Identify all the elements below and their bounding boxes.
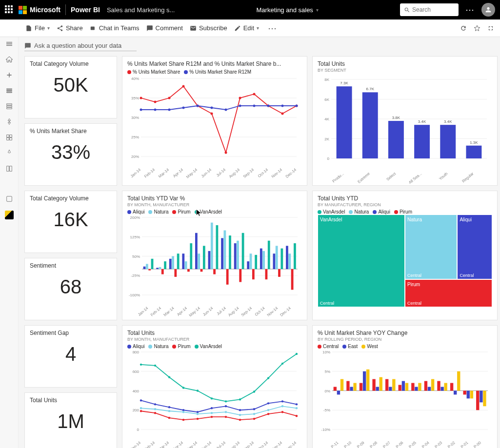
chart-market-share-line[interactable]: % Units Market Share R12M and % Units Ma… bbox=[122, 56, 307, 186]
edit-button[interactable]: Edit▾ bbox=[234, 24, 259, 32]
chart-ytd-treemap[interactable]: Total Units YTD BY MANUFACTURER, REGION … bbox=[312, 191, 498, 320]
svg-text:6K: 6K bbox=[324, 97, 329, 102]
svg-rect-3 bbox=[6, 138, 9, 140]
svg-point-188 bbox=[182, 419, 184, 421]
svg-rect-105 bbox=[172, 256, 174, 270]
dashboard-content: Ask a question about your data Total Cat… bbox=[19, 37, 500, 448]
learn-icon[interactable] bbox=[5, 165, 13, 173]
star-icon[interactable] bbox=[474, 25, 480, 32]
chart-ytd-var[interactable]: Total Units YTD Var % BY MONTH, MANUFACT… bbox=[122, 191, 307, 320]
svg-point-186 bbox=[154, 412, 156, 414]
more-menu-icon[interactable]: ⋯ bbox=[463, 4, 477, 15]
svg-text:30%: 30% bbox=[131, 116, 139, 120]
toolbar-more-icon[interactable]: ⋯ bbox=[266, 23, 279, 34]
chart-total-units-segment[interactable]: Total Units BY SEGMENT 02K4K6K8K7.3K6.7K… bbox=[312, 56, 498, 186]
data-hub-icon[interactable] bbox=[5, 102, 13, 110]
microsoft-logo: Microsoft bbox=[19, 6, 60, 14]
svg-rect-256 bbox=[340, 379, 343, 391]
kpi-sentiment[interactable]: Sentiment 68 bbox=[24, 258, 117, 320]
kpi-value: 1M bbox=[30, 404, 112, 439]
product-name[interactable]: Power BI bbox=[71, 6, 100, 14]
tile-subtitle: BY MANUFACTURER, REGION bbox=[318, 202, 492, 207]
svg-point-165 bbox=[197, 411, 199, 413]
file-icon bbox=[25, 25, 32, 32]
apps-icon[interactable] bbox=[5, 134, 13, 141]
svg-text:40%: 40% bbox=[131, 77, 139, 81]
svg-point-170 bbox=[267, 402, 269, 404]
svg-rect-99 bbox=[247, 261, 249, 269]
svg-point-196 bbox=[296, 415, 298, 417]
app-launcher-icon[interactable] bbox=[5, 5, 14, 14]
svg-text:0%: 0% bbox=[324, 389, 330, 393]
file-menu[interactable]: File▾ bbox=[25, 24, 50, 32]
kpi-units-market-share[interactable]: % Units Market Share 33% bbox=[24, 123, 117, 186]
svg-rect-119 bbox=[200, 269, 203, 272]
comment-button[interactable]: Comment bbox=[146, 24, 183, 32]
svg-rect-109 bbox=[223, 231, 226, 270]
workspaces-icon[interactable] bbox=[5, 195, 13, 203]
tile-title: Total Category Volume bbox=[30, 60, 112, 67]
left-nav-rail bbox=[0, 37, 19, 448]
svg-text:0: 0 bbox=[137, 428, 140, 432]
svg-text:Sep-14: Sep-14 bbox=[242, 167, 255, 179]
search-input[interactable] bbox=[412, 6, 451, 13]
kpi-total-category-volume-2[interactable]: Total Category Volume 16K bbox=[24, 191, 117, 253]
svg-point-28 bbox=[140, 109, 142, 111]
search-box[interactable] bbox=[400, 3, 459, 16]
svg-rect-241 bbox=[450, 383, 453, 391]
svg-rect-253 bbox=[454, 391, 457, 395]
svg-rect-106 bbox=[185, 261, 187, 269]
svg-text:Jun-14: Jun-14 bbox=[200, 440, 213, 448]
kpi-total-category-volume-1[interactable]: Total Category Volume 50K bbox=[24, 56, 117, 118]
svg-text:Jan-14: Jan-14 bbox=[130, 167, 142, 178]
tile-title: Total Category Volume bbox=[30, 195, 112, 202]
svg-rect-258 bbox=[366, 370, 369, 391]
svg-text:-100%: -100% bbox=[129, 293, 140, 297]
svg-rect-113 bbox=[276, 246, 278, 269]
subscribe-button[interactable]: Subscribe bbox=[190, 24, 227, 32]
svg-text:800: 800 bbox=[133, 350, 140, 354]
hamburger-icon[interactable] bbox=[5, 40, 13, 48]
browse-icon[interactable] bbox=[5, 87, 13, 95]
svg-text:3.4K: 3.4K bbox=[418, 119, 426, 124]
qna-input[interactable]: Ask a question about your data bbox=[24, 42, 137, 51]
svg-text:-10%: -10% bbox=[321, 428, 330, 432]
svg-text:Jun-14: Jun-14 bbox=[202, 306, 214, 317]
treemap-body: VanArsdel Central Natura Central Aliqui … bbox=[318, 214, 492, 307]
svg-text:50%: 50% bbox=[132, 254, 140, 259]
svg-text:Nov-14: Nov-14 bbox=[266, 306, 279, 317]
svg-text:3.4K: 3.4K bbox=[444, 119, 452, 124]
plus-icon[interactable] bbox=[5, 71, 13, 79]
page-title-dropdown[interactable]: Marketing and sales ▾ bbox=[180, 6, 395, 14]
avatar[interactable] bbox=[481, 3, 495, 17]
pencil-icon bbox=[234, 25, 241, 32]
svg-rect-5 bbox=[6, 196, 12, 202]
svg-text:P-01: P-01 bbox=[460, 440, 469, 448]
svg-rect-131 bbox=[203, 246, 205, 269]
svg-text:0: 0 bbox=[327, 156, 330, 161]
kpi-sentiment-gap[interactable]: Sentiment Gap 4 bbox=[24, 325, 117, 388]
share-button[interactable]: Share bbox=[57, 24, 83, 32]
chart-yoy-change[interactable]: % Unit Market Share YOY Change BY ROLLIN… bbox=[312, 325, 498, 448]
svg-rect-236 bbox=[385, 379, 388, 391]
svg-rect-264 bbox=[444, 383, 447, 391]
refresh-icon[interactable] bbox=[460, 25, 467, 32]
svg-text:Nov-14: Nov-14 bbox=[271, 440, 283, 448]
svg-rect-68 bbox=[414, 125, 430, 158]
chart-total-units-line[interactable]: Total Units BY MONTH, MANUFACTURER Aliqu… bbox=[122, 325, 307, 448]
svg-point-182 bbox=[267, 409, 269, 411]
home-icon[interactable] bbox=[5, 56, 13, 63]
svg-rect-101 bbox=[273, 253, 275, 269]
svg-text:P-02: P-02 bbox=[447, 440, 456, 448]
fullscreen-icon[interactable] bbox=[487, 25, 494, 32]
chart-legend: % Units Market Share % Units Market Shar… bbox=[127, 69, 302, 75]
workspace-badge-icon[interactable] bbox=[5, 211, 14, 219]
chat-teams-button[interactable]: Chat in Teams bbox=[90, 24, 140, 32]
deployment-icon[interactable] bbox=[5, 149, 13, 157]
svg-text:Mar-14: Mar-14 bbox=[163, 306, 176, 317]
svg-point-177 bbox=[197, 413, 199, 415]
svg-point-18 bbox=[168, 97, 171, 99]
workspace-crumb[interactable]: Sales and Marketing s... bbox=[107, 6, 175, 14]
metrics-icon[interactable] bbox=[5, 118, 13, 126]
kpi-total-units[interactable]: Total Units 1M bbox=[24, 392, 117, 448]
